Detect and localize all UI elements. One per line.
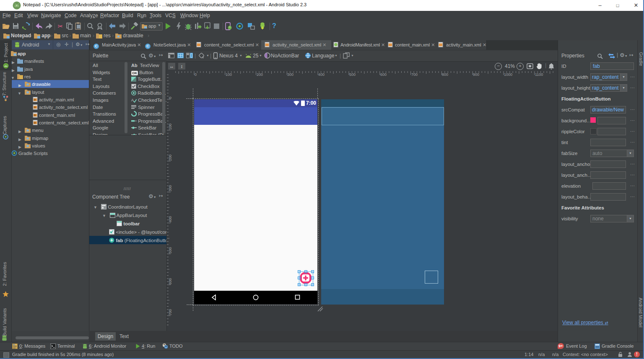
svg-text:A: A	[131, 98, 134, 102]
